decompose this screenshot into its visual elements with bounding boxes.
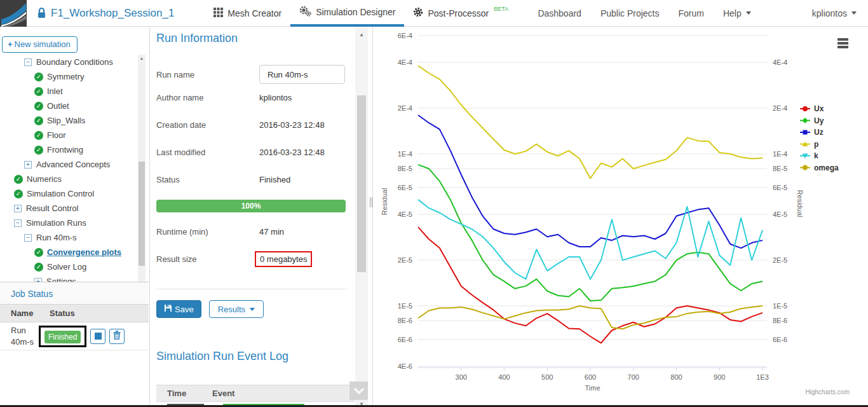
tree-item-label[interactable]: Simulation Control <box>27 189 94 198</box>
collapse-icon[interactable]: − <box>24 59 32 66</box>
tab-mesh-creator[interactable]: Mesh Creator <box>205 0 290 27</box>
svg-text:Time: Time <box>585 384 600 392</box>
project-title: F1_Workshop_Session_1 <box>51 7 174 20</box>
tree-item-convergence-plots[interactable]: ✓Convergence plots <box>0 245 136 259</box>
collapse-icon[interactable]: − <box>24 234 32 242</box>
tree-item-advanced-concepts[interactable]: +Advanced Concepts <box>0 157 136 172</box>
expand-icon[interactable]: + <box>24 161 32 169</box>
tree-item-simulation-control[interactable]: ✓Simulation Control <box>0 186 136 201</box>
tree-item-label[interactable]: Frontwing <box>47 145 83 155</box>
scrollbar-thumb[interactable] <box>139 162 145 266</box>
tree-scrollbar[interactable]: ▲ ▼ <box>138 55 146 304</box>
nav-dashboard[interactable]: Dashboard <box>538 8 581 18</box>
svg-text:Ux: Ux <box>814 104 824 113</box>
svg-text:1E3: 1E3 <box>756 373 769 381</box>
chevron-down-icon <box>746 11 751 15</box>
tree-item-label[interactable]: Simulation Runs <box>26 218 86 228</box>
check-icon: ✓ <box>34 263 43 272</box>
status-badge: Finished <box>44 331 81 343</box>
scrollbar-thumb[interactable] <box>357 95 366 272</box>
svg-text:600: 600 <box>585 373 596 381</box>
tree-item-run-40m-s[interactable]: −Run 40m-s <box>0 230 136 245</box>
trash-icon <box>113 331 121 342</box>
chart-menu-button[interactable] <box>837 38 850 50</box>
job-status-panel: Job Status Name Status Run 40m-s Finishe… <box>0 282 149 350</box>
nav-help-menu[interactable]: Help <box>723 8 751 18</box>
column-event: Event <box>212 389 234 398</box>
results-dropdown-button[interactable]: Results <box>209 300 264 318</box>
tree-item-numerics[interactable]: ✓Numerics <box>0 172 136 186</box>
tree-item-label[interactable]: Floor <box>47 130 66 140</box>
job-status-row: Run 40m-s Finished <box>0 322 149 350</box>
tree-item-solver-log[interactable]: ✓Solver Log <box>0 259 136 274</box>
svg-text:1E-4: 1E-4 <box>398 150 412 158</box>
plus-icon: + <box>8 39 13 49</box>
save-button[interactable]: Save <box>156 300 201 318</box>
tree-item-label[interactable]: Solver Log <box>47 262 86 272</box>
delete-run-button[interactable] <box>109 329 125 344</box>
tree-item-label[interactable]: Numerics <box>27 174 62 184</box>
column-time: Time <box>156 389 212 398</box>
check-icon: ✓ <box>34 116 43 125</box>
svg-text:1E-4: 1E-4 <box>773 150 787 158</box>
tree-item-boundary-conditions[interactable]: −Boundary Conditions <box>0 55 136 69</box>
svg-text:500: 500 <box>541 373 553 381</box>
tree-item-simulation-runs[interactable]: −Simulation Runs <box>0 216 136 230</box>
svg-text:p: p <box>814 140 818 149</box>
collapse-icon[interactable]: − <box>14 219 22 227</box>
nav-public-projects[interactable]: Public Projects <box>600 8 660 18</box>
last-modified-row: Last modified 2016-03-23 12:48 <box>156 148 366 157</box>
expand-icon[interactable]: + <box>14 205 22 212</box>
svg-text:1E-5: 1E-5 <box>398 302 412 310</box>
check-icon: ✓ <box>34 248 43 257</box>
lock-icon <box>37 7 46 19</box>
middle-scrollbar[interactable]: ▲ <box>355 27 368 405</box>
tree-item-outlet[interactable]: ✓Outlet <box>0 99 136 113</box>
tree-item-floor[interactable]: ✓Floor <box>0 128 136 142</box>
svg-text:8E-5: 8E-5 <box>398 165 412 172</box>
tree-item-label[interactable]: Slip_Walls <box>47 116 85 125</box>
scroll-down-button[interactable] <box>349 382 368 400</box>
job-name: Run 40m-s <box>0 325 38 347</box>
svg-text:2E-4: 2E-4 <box>773 104 787 112</box>
convergence-chart: 6E-44E-42E-41E-48E-56E-54E-52E-51E-58E-6… <box>372 27 868 405</box>
gears-icon <box>299 6 311 18</box>
grid-icon <box>214 8 223 19</box>
run-name-input[interactable] <box>259 65 345 84</box>
tree-item-label[interactable]: Boundary Conditions <box>36 57 113 67</box>
svg-text:2E-5: 2E-5 <box>398 256 412 264</box>
tree-item-label[interactable]: Inlet <box>47 86 63 96</box>
check-icon: ✓ <box>34 131 43 140</box>
tree-item-symmetry[interactable]: ✓Symmetry <box>0 69 136 84</box>
user-menu[interactable]: kpliontos <box>812 8 857 18</box>
tree-item-frontwing[interactable]: ✓Frontwing <box>0 142 136 157</box>
check-icon: ✓ <box>34 146 43 155</box>
tree-item-label[interactable]: Symmetry <box>47 72 85 81</box>
tree-item-label[interactable]: Run 40m-s <box>36 233 77 242</box>
tree-item-label[interactable]: Convergence plots <box>47 247 121 257</box>
nav-forum[interactable]: Forum <box>678 8 703 18</box>
stop-run-button[interactable] <box>90 329 105 344</box>
simscale-logo-icon[interactable] <box>0 0 27 27</box>
svg-text:900: 900 <box>714 373 725 381</box>
svg-text:4E-5: 4E-5 <box>773 210 787 218</box>
tree-item-result-control[interactable]: +Result Control <box>0 201 136 216</box>
tree-item-label[interactable]: Result Control <box>26 204 78 213</box>
new-simulation-button[interactable]: +New simulation <box>2 36 78 53</box>
svg-text:8E-6: 8E-6 <box>773 317 787 324</box>
svg-text:700: 700 <box>628 373 639 381</box>
tree-item-label[interactable]: Outlet <box>47 101 69 111</box>
scroll-up-icon[interactable]: ▲ <box>355 32 368 38</box>
tab-simulation-designer[interactable]: Simulation Designer <box>290 0 404 27</box>
status-row: Status Finished <box>156 175 366 184</box>
top-nav-links: Dashboard Public Projects Forum Help kpl… <box>538 8 857 18</box>
tree-item-label[interactable]: Advanced Concepts <box>36 160 110 169</box>
tree-item-inlet[interactable]: ✓Inlet <box>0 84 136 99</box>
gear-icon <box>413 7 423 19</box>
tree-item-slip-walls[interactable]: ✓Slip_Walls <box>0 113 136 128</box>
sim-tree: −Boundary Conditions✓Symmetry✓Inlet✓Outl… <box>0 55 136 289</box>
scroll-up-icon[interactable]: ▲ <box>138 55 146 62</box>
svg-text:300: 300 <box>456 373 467 381</box>
check-icon: ✓ <box>14 175 23 184</box>
tab-post-processor[interactable]: Post-Processor BETA <box>404 0 517 27</box>
